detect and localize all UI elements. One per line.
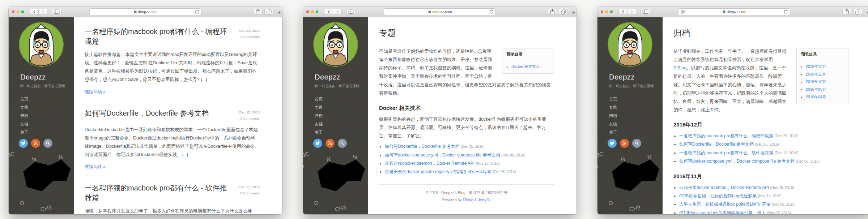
- window-titlebar[interactable]: deepzz.com +: [9, 7, 282, 17]
- back-button[interactable]: [30, 9, 39, 15]
- zoom-button[interactable]: [610, 10, 613, 13]
- new-tab-button[interactable]: +: [571, 9, 576, 15]
- post-item: 一名程序猿的macbook pro都有什么 - 软件推荐篇 Dec 12, 20…: [85, 176, 260, 214]
- sidebar-toggle-button[interactable]: [346, 9, 356, 15]
- minimize-button[interactable]: [17, 10, 19, 13]
- jerryqu-link[interactable]: JerryQu: [478, 198, 492, 202]
- sidebar-toggle-button[interactable]: [641, 9, 650, 15]
- post-link[interactable]: 一名程序猿的macbook pro都有什么 - 软件推荐篇: [679, 150, 773, 155]
- eiblog-link[interactable]: EiBlog: [673, 65, 686, 70]
- toc-link[interactable]: Docker 相关技术: [511, 64, 540, 69]
- browser-window-topics: deepzz.com + H3C N N O O CH3 CH3: [303, 7, 576, 214]
- sidebar-item-about[interactable]: 关于: [609, 130, 663, 135]
- post-title[interactable]: 一名程序猿的macbook pro都有什么 - 软件推荐篇: [85, 183, 233, 203]
- sidebar-item-home[interactable]: 首页: [315, 96, 368, 102]
- toc-link[interactable]: 2016年05月: [806, 87, 826, 91]
- read-more-link[interactable]: 继续阅读 »: [85, 89, 106, 95]
- minimize-button[interactable]: [311, 10, 314, 13]
- post-link[interactable]: 如何写docker-compose.yml，Docker compose fil…: [679, 159, 795, 164]
- avatar[interactable]: [608, 22, 652, 67]
- toc-link[interactable]: 2016年12月: [806, 64, 826, 69]
- post-link[interactable]: 远程连接docker daemon，Docker Remote API: [385, 161, 475, 166]
- zoom-button[interactable]: [21, 10, 24, 13]
- post-date: (Dec 15, 2016): [460, 145, 484, 149]
- twitter-icon[interactable]: [19, 139, 28, 148]
- avatar[interactable]: [313, 22, 358, 67]
- post-link[interactable]: 搭建安全的docker private registry v2指南(Let's …: [385, 169, 492, 174]
- reload-icon[interactable]: [195, 9, 199, 14]
- rss-icon[interactable]: [326, 139, 335, 148]
- post-title[interactable]: 一名程序猿的macbook pro都有什么 - 编程环境篇: [85, 27, 233, 46]
- reload-icon[interactable]: [783, 9, 788, 14]
- sidebar-item-about[interactable]: 关于: [315, 130, 368, 135]
- zoom-button[interactable]: [316, 10, 318, 13]
- tab-overview-button[interactable]: [853, 9, 862, 15]
- new-tab-button[interactable]: +: [277, 9, 282, 15]
- post-link[interactable]: 如何写Dockerfile，Dockerfile 参考文档: [385, 144, 459, 149]
- post-link[interactable]: 远程连接docker daemon，Docker Remote API: [679, 185, 769, 190]
- post-comments-link[interactable]: 0 Comments: [239, 190, 260, 196]
- address-bar[interactable]: deepzz.com: [89, 8, 201, 15]
- window-titlebar[interactable]: deepzz.com +: [303, 7, 576, 17]
- sidebar-item-home[interactable]: 首页: [609, 96, 663, 102]
- toc-link[interactable]: 2016年10月: [806, 80, 826, 84]
- reader-view-icon[interactable]: [681, 10, 685, 15]
- sidebar-item-links[interactable]: 友链: [315, 121, 368, 127]
- sidebar-item-topics[interactable]: 专题: [20, 105, 74, 110]
- forward-button[interactable]: [38, 9, 47, 15]
- search-icon[interactable]: [338, 139, 347, 148]
- share-button[interactable]: [254, 9, 263, 15]
- sidebar-item-archive[interactable]: 归档: [20, 113, 74, 119]
- sidebar-item-topics[interactable]: 专题: [609, 105, 663, 110]
- post-link[interactable]: 如何写docker-compose.yml，Docker compose fil…: [385, 153, 500, 158]
- twitter-icon[interactable]: [608, 139, 617, 148]
- sidebar-item-topics[interactable]: 专题: [315, 105, 368, 110]
- post-link[interactable]: GDB命令基础，让你的程序bug无处躲藏: [679, 193, 757, 198]
- sidebar-toggle-button[interactable]: [52, 9, 61, 15]
- share-button[interactable]: [842, 9, 851, 15]
- tab-overview-button[interactable]: [559, 9, 568, 15]
- sidebar-item-links[interactable]: 友链: [609, 121, 663, 127]
- sidebar-item-archive[interactable]: 归档: [315, 113, 368, 119]
- back-button[interactable]: [324, 9, 333, 15]
- close-button[interactable]: [601, 10, 603, 13]
- search-icon[interactable]: [632, 139, 641, 148]
- eiblog-link[interactable]: Eiblog: [463, 198, 473, 202]
- window-titlebar[interactable]: deepzz.com +: [597, 7, 868, 17]
- sidebar-item-links[interactable]: 友链: [20, 121, 74, 127]
- post-link[interactable]: 一名程序猿的macbook pro都有什么 - 编程环境篇: [679, 133, 773, 138]
- search-icon[interactable]: [43, 139, 52, 148]
- rss-icon[interactable]: [620, 139, 629, 148]
- sidebar-item-about[interactable]: 关于: [20, 130, 74, 135]
- twitter-icon[interactable]: [313, 139, 322, 148]
- post-link[interactable]: 入手人生第一款机械键盘Ikbc poker61键位 茶轴: [679, 202, 770, 207]
- post-link[interactable]: 使用Elasticsearch作为本博客搜索引擎，强大: [679, 210, 766, 214]
- toc-link[interactable]: 2016年11月: [806, 72, 826, 76]
- post-link[interactable]: 如何写Dockerfile，Dockerfile 参考文档: [679, 142, 754, 147]
- forward-button[interactable]: [627, 9, 636, 15]
- toc-item: Docker 相关技术: [511, 63, 549, 70]
- post-comments-link[interactable]: 0 Comments: [239, 34, 260, 40]
- close-button[interactable]: [12, 10, 14, 13]
- post-date: (Dec 06, 2016): [796, 159, 820, 163]
- read-more-link[interactable]: 继续阅读 »: [85, 164, 106, 170]
- tab-overview-button[interactable]: [264, 9, 273, 15]
- share-button[interactable]: [548, 9, 557, 15]
- post-item: 如何写Dockerfile，Dockerfile 参考文档 Dec 15, 20…: [85, 101, 260, 176]
- address-bar[interactable]: deepzz.com: [678, 8, 790, 15]
- reload-icon[interactable]: [489, 9, 494, 14]
- post-date: Dec 12, 2016: [239, 184, 260, 190]
- sidebar-item-archive[interactable]: 归档: [609, 113, 663, 119]
- sidebar-item-home[interactable]: 首页: [20, 96, 74, 102]
- post-comments-link[interactable]: 0 Comments: [239, 115, 260, 121]
- minimize-button[interactable]: [605, 10, 608, 13]
- back-button[interactable]: [618, 9, 627, 15]
- address-bar[interactable]: deepzz.com: [384, 8, 496, 15]
- new-tab-button[interactable]: +: [865, 9, 868, 15]
- toc-link[interactable]: 2016年04月: [806, 95, 826, 99]
- forward-button[interactable]: [333, 9, 342, 15]
- rss-icon[interactable]: [31, 139, 40, 148]
- close-button[interactable]: [306, 10, 309, 13]
- post-title[interactable]: 如何写Dockerfile，Dockerfile 参考文档: [85, 108, 209, 118]
- avatar[interactable]: [19, 22, 64, 67]
